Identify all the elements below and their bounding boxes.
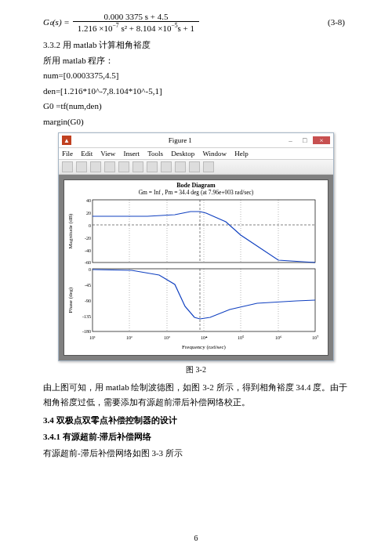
legend-icon[interactable] <box>203 161 214 172</box>
svg-text:-20: -20 <box>85 236 91 241</box>
window-titlebar: ▲ Figure 1 – □ × <box>59 133 333 148</box>
heading-3-4: 3.4 双极点双零点补偿控制器的设计 <box>43 415 349 426</box>
pointer-icon[interactable] <box>104 161 115 172</box>
plot-area: Bode Diagram Gm = Inf , Pm = 34.4 deg (a… <box>59 175 333 360</box>
menu-insert[interactable]: Insert <box>124 150 140 158</box>
code-line-2: den=[1.216*10^-7,8.104*10^-5,1] <box>43 85 349 98</box>
svg-text:10⁴: 10⁴ <box>201 335 208 340</box>
datacursor-icon[interactable] <box>175 161 186 172</box>
menu-edit[interactable]: Edit <box>81 150 93 158</box>
paragraph-2: 有源超前-滞后补偿网络如图 3-3 所示 <box>43 446 349 461</box>
matlab-figure-window: ▲ Figure 1 – □ × File Edit View Insert T… <box>58 132 334 361</box>
print-icon[interactable] <box>90 161 101 172</box>
toolbar <box>59 160 333 175</box>
svg-text:10⁶: 10⁶ <box>275 335 282 340</box>
pan-icon[interactable] <box>147 161 158 172</box>
svg-text:20: 20 <box>86 211 91 215</box>
matlab-logo-icon: ▲ <box>62 136 71 145</box>
zoom-in-icon[interactable] <box>118 161 129 172</box>
eq-fraction: 0.000 3375 s + 4.5 1.216 ×10−7 s² + 8.10… <box>73 12 199 33</box>
svg-text:0: 0 <box>89 267 91 272</box>
rotate-icon[interactable] <box>161 161 172 172</box>
svg-text:10¹: 10¹ <box>89 335 96 340</box>
heading-3-4-1: 3.4.1 有源超前-滞后补偿网络 <box>43 431 349 443</box>
xlabel: Frequency (rad/sec) <box>182 344 226 350</box>
window-title: Figure 1 <box>76 136 285 144</box>
new-icon[interactable] <box>62 161 73 172</box>
menu-view[interactable]: View <box>100 150 115 158</box>
svg-text:-40: -40 <box>85 248 91 253</box>
menu-bar: File Edit View Insert Tools Desktop Wind… <box>59 148 333 160</box>
zoom-out-icon[interactable] <box>132 161 143 172</box>
code-line-1: num=[0.0003375,4.5] <box>43 69 349 82</box>
svg-text:-45: -45 <box>85 283 91 288</box>
svg-text:-90: -90 <box>85 299 91 303</box>
window-controls: – □ × <box>285 136 331 144</box>
minimize-button[interactable]: – <box>285 136 297 144</box>
equation-3-8: G₀(s) = 0.000 3375 s + 4.5 1.216 ×10−7 s… <box>43 12 349 33</box>
figure-3-2: ▲ Figure 1 – □ × File Edit View Insert T… <box>43 132 349 375</box>
eq-number: (3-8) <box>328 17 349 27</box>
chart-subtitle: Gm = Inf , Pm = 34.4 deg (at 7.96e+003 r… <box>64 189 328 196</box>
chart-title: Bode Diagram <box>64 182 328 189</box>
axes-container: Bode Diagram Gm = Inf , Pm = 34.4 deg (a… <box>64 179 328 356</box>
svg-text:10²: 10² <box>126 335 132 340</box>
code-line-4: margin(G0) <box>43 115 349 129</box>
svg-text:10⁷: 10⁷ <box>312 335 319 340</box>
eq-numerator: 0.000 3375 s + 4.5 <box>73 12 199 22</box>
maximize-button[interactable]: □ <box>299 136 311 144</box>
svg-text:40: 40 <box>86 198 91 203</box>
colorbar-icon[interactable] <box>189 161 200 172</box>
menu-file[interactable]: File <box>62 150 73 158</box>
svg-text:-135: -135 <box>82 314 91 319</box>
eq-lhs: G₀(s) = <box>43 17 70 27</box>
svg-text:-60: -60 <box>85 260 91 265</box>
program-label: 所用 matlab 程序： <box>43 54 349 67</box>
svg-text:10⁵: 10⁵ <box>238 335 245 340</box>
eq-denominator: 1.216 ×10−7 s² + 8.104 ×10−5s + 1 <box>73 22 199 33</box>
figure-caption: 图 3-2 <box>43 364 349 375</box>
heading-3-3-2: 3.3.2 用 matlab 计算相角裕度 <box>43 39 349 51</box>
svg-text:-180: -180 <box>82 329 91 334</box>
ylabel-phase: Phase (deg) <box>67 287 74 313</box>
save-icon[interactable] <box>76 161 87 172</box>
paragraph-1: 由上图可知，用 matlab 绘制波德图，如图 3-2 所示，得到相角裕度 34… <box>43 380 349 409</box>
bode-plot-svg: 40200 -20-40-60 <box>64 197 325 355</box>
svg-text:0: 0 <box>89 223 91 228</box>
svg-text:10³: 10³ <box>164 335 170 340</box>
menu-desktop[interactable]: Desktop <box>171 150 194 158</box>
ylabel-mag: Magnitude (dB) <box>67 213 74 249</box>
menu-window[interactable]: Window <box>202 150 227 158</box>
close-button[interactable]: × <box>313 136 330 144</box>
menu-tools[interactable]: Tools <box>147 150 163 158</box>
code-line-3: G0 =tf(num,den) <box>43 100 349 113</box>
menu-help[interactable]: Help <box>234 150 249 158</box>
page-number: 6 <box>0 534 392 542</box>
